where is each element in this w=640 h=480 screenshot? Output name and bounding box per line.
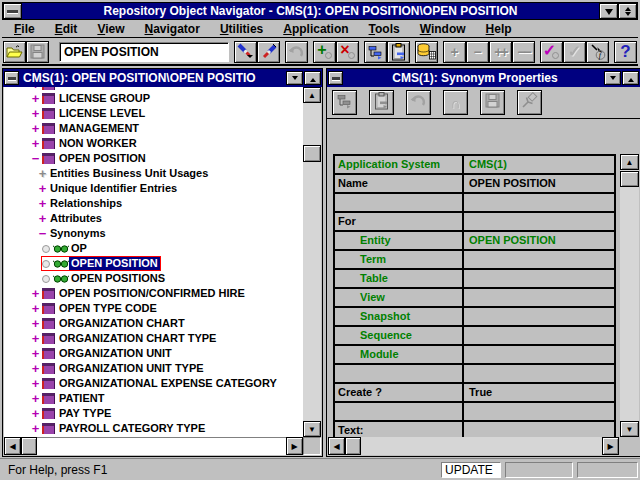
property-value[interactable] (464, 365, 614, 382)
navigator-system-menu-button[interactable] (4, 71, 19, 85)
tree-item[interactable]: +PATIENT (4, 391, 303, 406)
menu-navigator[interactable]: Navigator (135, 21, 210, 37)
grid-vertical-scrollbar[interactable]: ▲ ▼ (620, 154, 639, 437)
object-name-combo[interactable] (59, 42, 229, 62)
expand-plus-icon[interactable]: + (30, 92, 41, 105)
property-value[interactable] (464, 327, 614, 344)
expand-plus-icon[interactable]: + (30, 392, 41, 405)
system-menu-button[interactable] (3, 3, 22, 19)
tree-item[interactable]: +OPEN POSITION/CONFIRMED HIRE (4, 286, 303, 301)
expand-plus-icon[interactable]: + (37, 197, 48, 210)
tree-item[interactable]: +ORGANIZATION CHART TYPE (4, 331, 303, 346)
expand-plus-icon[interactable]: + (30, 107, 41, 120)
tree-item[interactable]: +PAYROLL CATEGORY TYPE (4, 421, 303, 436)
expand-plus-icon[interactable]: + (30, 422, 41, 435)
broadcast-button[interactable] (234, 41, 257, 63)
expand-plus-icon[interactable]: + (30, 122, 41, 135)
restore-button[interactable] (618, 3, 637, 19)
menu-application[interactable]: Application (273, 21, 358, 37)
tree-vscroll-thumb[interactable] (303, 145, 321, 162)
tree-item[interactable]: +ORGANIZATION UNIT TYPE (4, 361, 303, 376)
tree-item[interactable]: +MANAGEMENT (4, 121, 303, 136)
menu-help[interactable]: Help (476, 21, 522, 37)
collapse-all-button[interactable]: −− (512, 41, 535, 63)
tree-item[interactable]: +Attributes (4, 211, 303, 226)
help-button[interactable]: ? (614, 41, 637, 63)
minimize-button[interactable] (599, 3, 618, 19)
copy-object-button[interactable] (364, 41, 387, 63)
properties-maximize-button[interactable] (622, 71, 639, 85)
tree-item[interactable]: +ORGANIZATIONAL EXPENSE CATEGORY (4, 376, 303, 391)
tree-hscroll-track[interactable] (37, 437, 286, 455)
properties-system-menu-button[interactable] (328, 71, 343, 85)
scroll-left-arrow[interactable]: ◀ (328, 437, 345, 455)
update-from-clipboard-button[interactable] (387, 41, 410, 63)
open-button[interactable] (3, 41, 26, 63)
expand-plus-icon[interactable]: + (37, 182, 48, 195)
tree-item[interactable]: +ORGANIZATION UNIT (4, 346, 303, 361)
paint-button[interactable] (257, 41, 280, 63)
menu-view[interactable]: View (87, 21, 134, 37)
tree-item[interactable]: OPEN POSITIONS (4, 271, 303, 286)
force-button[interactable]: f (586, 41, 609, 63)
menu-tools[interactable]: Tools (359, 21, 410, 37)
delete-object-button[interactable]: × (336, 41, 359, 63)
tree-hscroll-thumb[interactable] (21, 437, 37, 455)
scroll-left-arrow[interactable]: ◀ (4, 437, 21, 455)
expand-plus-icon[interactable]: + (30, 377, 41, 390)
property-value[interactable] (464, 346, 614, 363)
property-value[interactable] (464, 213, 614, 230)
mark-button[interactable]: ✓ (540, 41, 563, 63)
expand-plus-icon[interactable]: + (30, 347, 41, 360)
property-value[interactable]: True (464, 384, 614, 401)
tree-item[interactable]: +PAY TYPE (4, 406, 303, 421)
property-value[interactable]: OPEN POSITION (464, 175, 614, 192)
tree-item[interactable]: +Entities Business Unit Usages (4, 166, 303, 181)
tree-item[interactable]: +ORGANIZATION CHART (4, 316, 303, 331)
property-value[interactable] (464, 289, 614, 306)
tree-item[interactable]: +LICENSE GROUP (4, 91, 303, 106)
scroll-right-arrow[interactable]: ▶ (602, 437, 619, 455)
navigator-minimize-button[interactable] (286, 71, 303, 85)
expand-plus-icon[interactable]: + (30, 287, 41, 300)
expand-plus-icon[interactable]: + (30, 137, 41, 150)
properties-minimize-button[interactable] (604, 71, 621, 85)
scroll-right-arrow[interactable]: ▶ (286, 437, 303, 455)
tree-horizontal-scrollbar[interactable]: ◀ ▶ (4, 437, 321, 455)
grid-vscroll-thumb[interactable] (620, 171, 639, 187)
property-value[interactable] (464, 194, 614, 211)
grid-hscroll-track[interactable] (361, 437, 602, 455)
scroll-down-arrow[interactable]: ▼ (303, 421, 321, 437)
collapse-button[interactable]: − (466, 41, 489, 63)
property-value[interactable]: CMS(1) (464, 156, 614, 173)
expand-plus-icon[interactable]: + (30, 332, 41, 345)
tree-item[interactable]: −Synonyms (4, 226, 303, 241)
expand-plus-icon[interactable]: + (30, 317, 41, 330)
collapse-minus-icon[interactable]: − (30, 152, 41, 165)
menu-utilities[interactable]: Utilities (210, 21, 273, 37)
grid-horizontal-scrollbar[interactable]: ◀ ▶ (328, 437, 619, 455)
tree-item[interactable]: +Unique Identifier Entries (4, 181, 303, 196)
expand-all-button[interactable]: ++ (489, 41, 512, 63)
expand-plus-icon[interactable]: + (37, 212, 48, 225)
collapse-minus-icon[interactable]: − (37, 227, 48, 240)
property-value[interactable] (464, 270, 614, 287)
tree-item[interactable]: +NON WORKER (4, 136, 303, 151)
tree-item[interactable]: +OPEN TYPE CODE (4, 301, 303, 316)
scroll-up-arrow[interactable]: ▲ (620, 154, 639, 170)
property-value[interactable]: OPEN POSITION (464, 232, 614, 249)
tree-vertical-scrollbar[interactable]: ▲ ▼ (303, 87, 321, 437)
tree-item[interactable]: +LICENSE LEVEL (4, 106, 303, 121)
property-value[interactable] (464, 308, 614, 325)
expand-plus-icon[interactable]: + (30, 407, 41, 420)
menu-edit[interactable]: Edit (45, 21, 88, 37)
expand-plus-icon[interactable]: + (30, 302, 41, 315)
expand-button[interactable]: + (443, 41, 466, 63)
expand-plus-icon[interactable]: + (30, 87, 41, 91)
tree-item[interactable]: OP (4, 241, 303, 256)
scroll-down-arrow[interactable]: ▼ (620, 421, 639, 437)
tree-item[interactable]: −OPEN POSITION (4, 151, 303, 166)
expand-plus-icon[interactable]: + (30, 362, 41, 375)
create-object-button[interactable]: + (313, 41, 336, 63)
grid-hscroll-thumb[interactable] (345, 437, 361, 455)
